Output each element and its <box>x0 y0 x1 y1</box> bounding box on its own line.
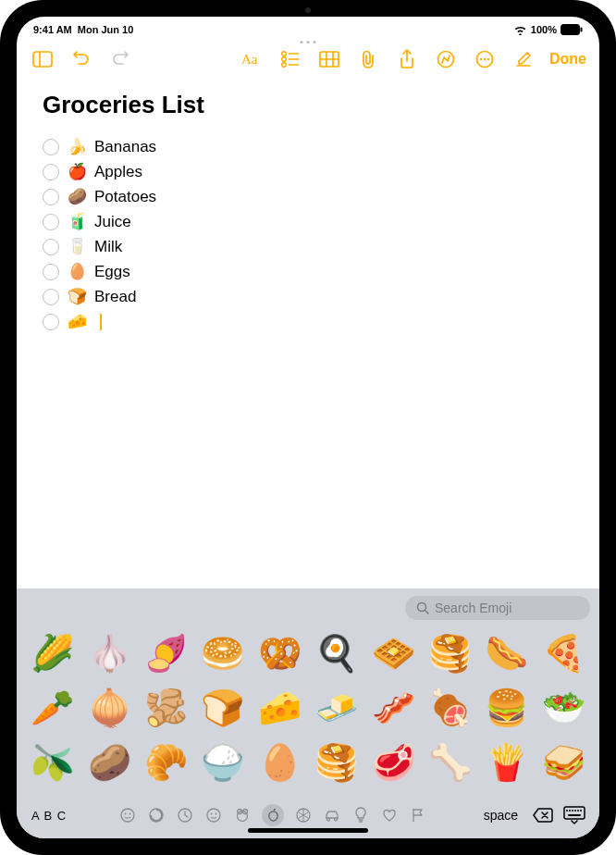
checklist-item[interactable]: 🍞Bread <box>43 284 573 309</box>
checklist-item[interactable]: 🧀 <box>43 309 573 334</box>
category-travel-icon[interactable] <box>323 806 341 824</box>
status-date: Mon Jun 10 <box>78 24 134 35</box>
delete-key[interactable] <box>531 803 555 827</box>
sidebar-toggle-button[interactable] <box>30 46 55 72</box>
emoji-key[interactable]: 🧄 <box>80 626 137 680</box>
emoji-key[interactable]: 🍞 <box>194 680 251 735</box>
emoji-key[interactable]: 🥗 <box>536 680 592 735</box>
item-emoji: 🍎 <box>67 162 87 181</box>
emoji-key[interactable]: 🥨 <box>252 626 308 680</box>
emoji-key[interactable]: 🥚 <box>252 736 308 790</box>
checkbox-icon[interactable] <box>43 289 59 305</box>
checkbox-icon[interactable] <box>43 314 59 330</box>
status-time: 9:41 AM <box>33 24 72 35</box>
checkbox-icon[interactable] <box>43 239 59 255</box>
emoji-key[interactable]: 🌭 <box>478 626 535 680</box>
note-title[interactable]: Groceries List <box>43 91 573 119</box>
table-button[interactable] <box>316 46 342 72</box>
svg-point-27 <box>211 813 213 815</box>
category-frequently-used-icon[interactable] <box>118 806 137 824</box>
checklist-item[interactable]: 🍌Bananas <box>43 134 573 159</box>
item-emoji: 🥛 <box>67 237 87 256</box>
markup-button[interactable] <box>433 46 459 72</box>
checklist-item[interactable]: 🥛Milk <box>43 234 573 259</box>
emoji-key[interactable]: 🥐 <box>138 736 194 790</box>
emoji-key[interactable]: 🍚 <box>194 736 251 790</box>
emoji-key[interactable]: 🍖 <box>422 680 478 735</box>
emoji-key[interactable]: 🥔 <box>80 736 137 790</box>
category-smileys-icon[interactable] <box>147 806 166 824</box>
svg-point-7 <box>282 57 287 62</box>
compose-button[interactable] <box>511 46 536 72</box>
share-button[interactable] <box>394 46 420 72</box>
item-label: Potatoes <box>94 188 156 206</box>
item-label: Bananas <box>94 138 156 156</box>
category-animals-icon[interactable] <box>204 806 223 824</box>
abc-key[interactable]: A B C <box>30 805 68 826</box>
item-emoji: 🥔 <box>67 187 87 206</box>
emoji-key[interactable]: 🧇 <box>364 626 421 680</box>
emoji-key[interactable]: 🌽 <box>24 626 80 680</box>
checkbox-icon[interactable] <box>43 264 59 280</box>
checklist-item[interactable]: 🧃Juice <box>43 209 573 234</box>
battery-percent: 100% <box>531 24 557 35</box>
category-people-icon[interactable] <box>176 806 194 824</box>
checklist-button[interactable] <box>277 46 303 72</box>
emoji-key[interactable]: 🍳 <box>308 626 364 680</box>
checkbox-icon[interactable] <box>43 189 59 205</box>
svg-rect-33 <box>564 807 585 819</box>
format-button[interactable]: Aa <box>239 46 265 72</box>
svg-rect-1 <box>581 28 583 32</box>
emoji-key[interactable]: 🥞 <box>422 626 478 680</box>
checklist-item[interactable]: 🥚Eggs <box>43 259 573 284</box>
emoji-key[interactable]: 🍔 <box>478 680 535 735</box>
checklist: 🍌Bananas🍎Apples🥔Potatoes🧃Juice🥛Milk🥚Eggs… <box>43 134 573 334</box>
attach-button[interactable] <box>355 46 381 72</box>
emoji-key[interactable]: 🥕 <box>24 680 80 735</box>
item-emoji: 🥚 <box>67 262 87 281</box>
svg-point-17 <box>480 58 482 60</box>
checkbox-icon[interactable] <box>43 139 59 155</box>
emoji-key[interactable]: 🧅 <box>80 680 137 735</box>
category-activity-icon[interactable] <box>294 806 313 824</box>
emoji-key[interactable]: 🍕 <box>536 626 592 680</box>
checklist-item[interactable]: 🍎Apples <box>43 159 573 184</box>
emoji-key[interactable]: 🫚 <box>138 680 194 735</box>
note-body[interactable]: Groceries List 🍌Bananas🍎Apples🥔Potatoes🧃… <box>17 80 599 589</box>
emoji-key[interactable]: 🥞 <box>308 736 364 790</box>
emoji-key[interactable]: 🥯 <box>194 626 251 680</box>
text-cursor <box>100 314 102 330</box>
category-food-icon[interactable] <box>262 804 284 826</box>
emoji-key[interactable]: 🥩 <box>364 736 421 790</box>
emoji-key[interactable]: 🫒 <box>24 736 80 790</box>
emoji-key[interactable]: 🧀 <box>252 680 308 735</box>
done-button[interactable]: Done <box>549 51 586 68</box>
checkbox-icon[interactable] <box>43 164 59 180</box>
item-emoji: 🍞 <box>67 287 87 306</box>
category-objects-icon[interactable] <box>351 806 370 824</box>
wifi-icon <box>513 25 527 35</box>
category-flags-icon[interactable] <box>409 806 427 824</box>
emoji-key[interactable]: 🦴 <box>422 736 478 790</box>
redo-button[interactable] <box>107 46 133 72</box>
emoji-key[interactable]: 🥪 <box>536 736 592 790</box>
note-toolbar: Aa <box>17 39 599 80</box>
dismiss-keyboard-key[interactable] <box>562 803 586 827</box>
emoji-search-placeholder: Search Emoji <box>435 601 511 615</box>
emoji-key[interactable]: 🧈 <box>308 680 364 735</box>
emoji-key[interactable]: 🍟 <box>478 736 535 790</box>
emoji-keyboard: Search Emoji 🌽🧄🍠🥯🥨🍳🧇🥞🌭🍕🥕🧅🫚🍞🧀🧈🥓🍖🍔🥗🫒🥔🥐🍚🥚🥞🥩… <box>17 589 599 838</box>
more-button[interactable] <box>472 46 498 72</box>
emoji-search-field[interactable]: Search Emoji <box>405 596 590 620</box>
checklist-item[interactable]: 🥔Potatoes <box>43 184 573 209</box>
emoji-key[interactable]: 🍠 <box>138 626 194 680</box>
category-symbols-icon[interactable] <box>380 806 399 824</box>
home-indicator[interactable] <box>248 828 368 833</box>
emoji-key[interactable]: 🥓 <box>364 680 421 735</box>
undo-button[interactable] <box>68 46 94 72</box>
item-label: Milk <box>94 238 122 256</box>
category-nature-icon[interactable] <box>233 806 252 824</box>
space-key[interactable]: space <box>478 804 524 826</box>
checkbox-icon[interactable] <box>43 214 59 230</box>
emoji-grid: 🌽🧄🍠🥯🥨🍳🧇🥞🌭🍕🥕🧅🫚🍞🧀🧈🥓🍖🍔🥗🫒🥔🥐🍚🥚🥞🥩🦴🍟🥪 <box>17 624 599 796</box>
